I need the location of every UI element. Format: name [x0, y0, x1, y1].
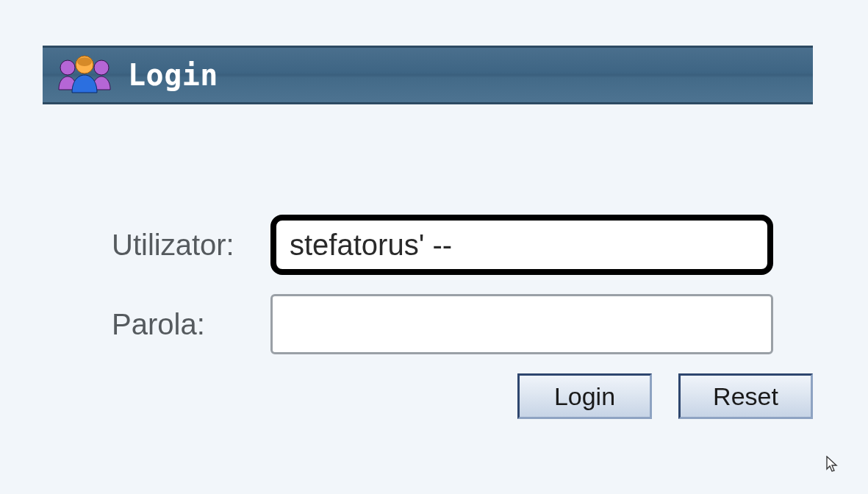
button-row: Login Reset [517, 373, 813, 419]
login-button[interactable]: Login [517, 373, 652, 419]
username-row: Utilizator: [112, 215, 813, 275]
password-row: Parola: [112, 294, 813, 354]
svg-point-3 [77, 57, 92, 66]
svg-point-1 [94, 60, 109, 75]
username-input[interactable] [270, 215, 773, 275]
login-header: Login [43, 46, 813, 104]
password-input[interactable] [270, 294, 773, 354]
username-label: Utilizator: [112, 229, 270, 262]
mouse-cursor-icon [826, 456, 838, 473]
users-icon [56, 54, 113, 96]
login-panel: Login Utilizator: Parola: Login Reset [43, 46, 813, 419]
reset-button[interactable]: Reset [678, 373, 813, 419]
password-label: Parola: [112, 308, 270, 341]
login-form: Utilizator: Parola: Login Reset [43, 215, 813, 419]
login-header-title: Login [128, 58, 218, 92]
svg-point-0 [60, 60, 75, 75]
